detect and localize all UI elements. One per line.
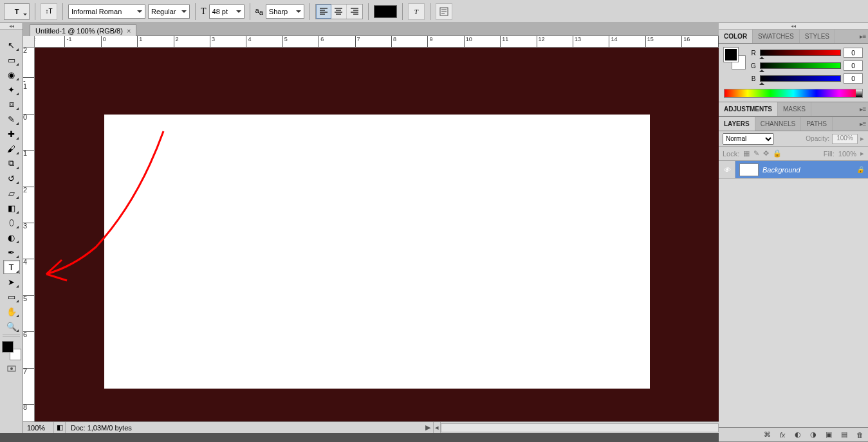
tab-swatches[interactable]: SWATCHES bbox=[753, 30, 800, 43]
horizontal-ruler[interactable]: -2-1012345678910111213141516171819202122… bbox=[35, 36, 719, 48]
hand-tool[interactable]: ✋ bbox=[3, 304, 20, 318]
slider-r[interactable] bbox=[760, 50, 841, 56]
wand-tool[interactable]: ✦ bbox=[3, 82, 20, 97]
gradient-tool[interactable]: ◧ bbox=[3, 201, 20, 215]
layers-list[interactable]: 👁Background🔒 bbox=[719, 161, 868, 427]
delete-layer-button[interactable]: 🗑 bbox=[854, 430, 865, 440]
document-tabs: Untitled-1 @ 100% (RGB/8) × bbox=[23, 23, 719, 36]
tool-preset-picker[interactable]: T bbox=[4, 3, 30, 20]
color-swatches[interactable] bbox=[2, 341, 21, 360]
document-info[interactable]: Doc: 1,03M/0 bytes bbox=[66, 424, 425, 432]
adjustments-panel-menu[interactable]: ▸≡ bbox=[858, 102, 868, 116]
new-adjustment-layer-button[interactable]: ◑ bbox=[808, 430, 819, 440]
canvas-background bbox=[35, 48, 719, 421]
document-tab[interactable]: Untitled-1 @ 100% (RGB/8) × bbox=[30, 24, 136, 36]
canvas-viewport[interactable]: -2-1012345678910111213141516171819202122… bbox=[23, 36, 719, 421]
tab-color[interactable]: COLOR bbox=[719, 30, 753, 43]
layer-fx-button[interactable]: fx bbox=[777, 430, 788, 440]
align-left-button[interactable] bbox=[316, 5, 331, 19]
fill-value[interactable]: 100% bbox=[838, 150, 856, 158]
align-center-button[interactable] bbox=[331, 5, 347, 19]
font-size-dropdown[interactable] bbox=[209, 5, 245, 19]
tab-styles[interactable]: STYLES bbox=[800, 30, 835, 43]
quick-mask-toggle[interactable] bbox=[3, 362, 20, 376]
panels-collapse-handle[interactable]: ◂◂ bbox=[719, 23, 868, 30]
history-brush-tool[interactable]: ↺ bbox=[3, 171, 20, 185]
tab-channels[interactable]: CHANNELS bbox=[755, 117, 801, 131]
layer-visibility-toggle[interactable]: 👁 bbox=[719, 161, 735, 178]
font-style-dropdown[interactable]: Regular bbox=[148, 5, 190, 19]
tab-layers[interactable]: LAYERS bbox=[719, 117, 755, 131]
link-layers-button[interactable]: ⌘ bbox=[761, 430, 773, 440]
blend-mode-dropdown[interactable]: Normal bbox=[723, 133, 774, 145]
clone-stamp-tool[interactable]: ⧉ bbox=[3, 156, 20, 170]
layer-name[interactable]: Background bbox=[762, 166, 856, 174]
status-preview-icon[interactable]: ◧ bbox=[54, 422, 66, 433]
tools-collapse-handle[interactable]: ◂◂ bbox=[0, 23, 23, 30]
layer-thumbnail[interactable] bbox=[739, 163, 759, 176]
panel-foreground-swatch[interactable] bbox=[724, 48, 738, 62]
horizontal-scrollbar[interactable] bbox=[441, 423, 719, 432]
tab-paths[interactable]: PATHS bbox=[801, 117, 833, 131]
vertical-ruler[interactable]: - 2- 101234567891 01 11 21 31 41 51 61 7… bbox=[23, 48, 35, 421]
tab-masks[interactable]: MASKS bbox=[778, 102, 811, 116]
channel-value-b[interactable] bbox=[844, 73, 863, 84]
path-selection-tool[interactable]: ➤ bbox=[3, 275, 20, 289]
move-tool[interactable]: ↖ bbox=[3, 38, 20, 52]
zoom-tool[interactable]: 🔍 bbox=[3, 319, 20, 333]
slider-g[interactable] bbox=[760, 62, 841, 69]
lock-pixels-icon[interactable]: ✎ bbox=[753, 149, 759, 158]
marquee-tool[interactable]: ▭ bbox=[3, 53, 20, 67]
right-panel-dock: ◂◂ COLOR SWATCHES STYLES ▸≡ RGB ADJUSTME… bbox=[719, 23, 868, 442]
crop-tool[interactable]: ⧈ bbox=[3, 97, 20, 111]
dodge-tool[interactable]: ◐ bbox=[3, 230, 20, 244]
opacity-label: Opacity: bbox=[806, 135, 829, 142]
lock-all-icon[interactable]: 🔒 bbox=[773, 149, 782, 158]
lock-position-icon[interactable]: ✥ bbox=[763, 149, 769, 158]
new-layer-button[interactable]: ▤ bbox=[838, 430, 850, 440]
channel-value-r[interactable] bbox=[844, 48, 863, 58]
new-group-button[interactable]: ▣ bbox=[823, 430, 835, 440]
brush-tool[interactable]: 🖌 bbox=[3, 142, 20, 156]
pen-tool[interactable]: ✒ bbox=[3, 245, 20, 259]
align-right-button[interactable] bbox=[347, 5, 362, 19]
lock-transparency-icon[interactable]: ▦ bbox=[743, 149, 750, 158]
toggle-text-orientation-button[interactable]: ↕T bbox=[41, 3, 57, 20]
opacity-value[interactable]: 100% bbox=[832, 134, 858, 144]
warp-text-button[interactable]: T bbox=[408, 3, 425, 20]
channel-label-b: B bbox=[750, 75, 757, 82]
eraser-tool[interactable]: ▱ bbox=[3, 186, 20, 200]
channel-label-r: R bbox=[750, 50, 757, 57]
color-spectrum[interactable] bbox=[724, 89, 863, 98]
healing-brush-tool[interactable]: ✚ bbox=[3, 127, 20, 141]
tab-adjustments[interactable]: ADJUSTMENTS bbox=[719, 102, 778, 116]
channel-value-g[interactable] bbox=[844, 60, 863, 71]
layer-row[interactable]: 👁Background🔒 bbox=[719, 161, 868, 179]
ruler-origin[interactable] bbox=[23, 36, 35, 48]
blur-tool[interactable]: ⬯ bbox=[3, 216, 20, 230]
layers-panel-menu[interactable]: ▸≡ bbox=[858, 117, 868, 131]
anti-alias-dropdown[interactable]: Sharp bbox=[266, 5, 304, 19]
close-tab-button[interactable]: × bbox=[127, 27, 131, 35]
eyedropper-tool[interactable]: ✎ bbox=[3, 112, 20, 126]
svg-point-2 bbox=[10, 367, 13, 370]
font-size-input[interactable] bbox=[212, 8, 235, 15]
type-tool[interactable]: T bbox=[3, 260, 20, 274]
shape-tool[interactable]: ▭ bbox=[3, 290, 20, 304]
color-panel-menu[interactable]: ▸≡ bbox=[858, 30, 868, 43]
layer-lock-icon: 🔒 bbox=[856, 166, 868, 173]
scroll-left-button[interactable]: ◂ bbox=[433, 422, 441, 433]
add-mask-button[interactable]: ◐ bbox=[792, 430, 804, 440]
font-family-dropdown[interactable]: Informal Roman bbox=[68, 5, 145, 19]
text-color-swatch[interactable] bbox=[374, 5, 397, 18]
status-menu-arrow[interactable]: ▶ bbox=[425, 423, 433, 432]
channel-label-g: G bbox=[750, 62, 757, 69]
tools-panel: ◂◂ ↖▭◉✦⧈✎✚🖌⧉↺▱◧⬯◐✒T➤▭✋🔍 bbox=[0, 23, 23, 433]
character-panel-toggle-button[interactable] bbox=[436, 3, 452, 20]
lasso-tool[interactable]: ◉ bbox=[3, 68, 20, 82]
type-tool-glyph: T bbox=[15, 8, 19, 15]
slider-b[interactable] bbox=[760, 75, 841, 82]
foreground-color-swatch[interactable] bbox=[2, 341, 14, 353]
artboard[interactable] bbox=[104, 115, 650, 389]
zoom-level[interactable]: 100% bbox=[23, 422, 54, 433]
